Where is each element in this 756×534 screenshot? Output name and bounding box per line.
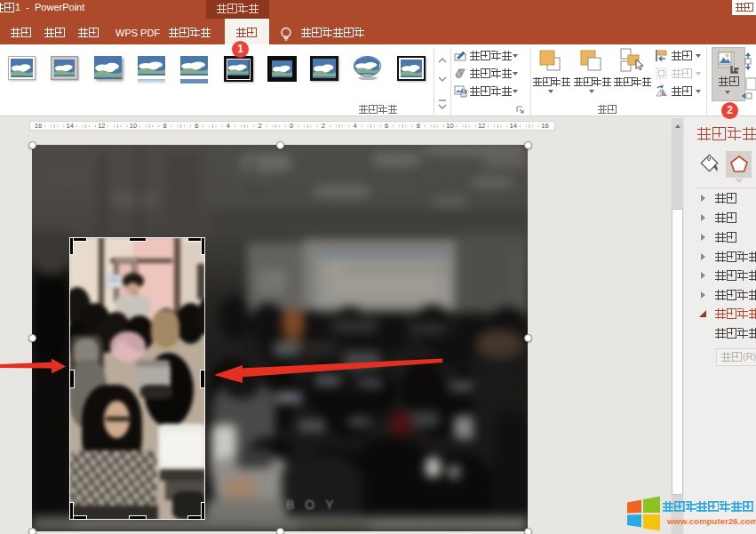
svg-text:12: 12 <box>478 122 485 130</box>
svg-text:14: 14 <box>66 122 73 130</box>
svg-text:2: 2 <box>258 122 261 130</box>
svg-text:14: 14 <box>510 122 517 130</box>
svg-text:8: 8 <box>163 122 167 130</box>
svg-text:0: 0 <box>290 122 293 130</box>
svg-text:4: 4 <box>227 122 230 130</box>
svg-text:2: 2 <box>322 122 325 130</box>
svg-text:16: 16 <box>35 122 42 130</box>
svg-text:12: 12 <box>98 122 105 130</box>
svg-text:6: 6 <box>195 122 198 130</box>
svg-text:10: 10 <box>446 122 453 130</box>
svg-text:4: 4 <box>353 122 356 130</box>
svg-text:10: 10 <box>130 122 137 130</box>
svg-text:6: 6 <box>385 122 388 130</box>
svg-text:8: 8 <box>417 122 420 130</box>
svg-text:16: 16 <box>541 122 548 130</box>
